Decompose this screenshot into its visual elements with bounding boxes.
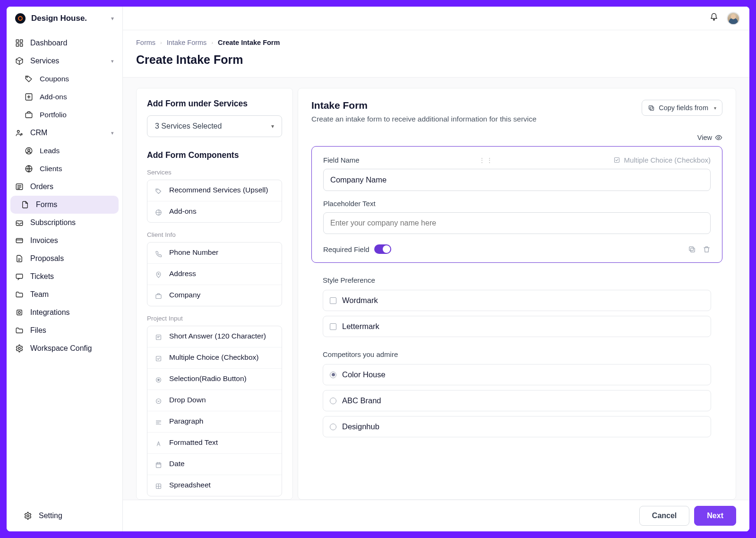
next-button[interactable]: Next [694,506,736,526]
component-label: Spreadsheet [169,481,211,489]
sidebar-label: Workspace Config [30,344,92,353]
svg-rect-16 [17,310,22,315]
sidebar-item-services[interactable]: Services ▾ [7,52,122,70]
component-company[interactable]: Company [147,285,282,306]
checkbox-icon [154,354,163,363]
component-formatted-text[interactable]: Formatted Text [147,432,282,453]
sidebar-item-proposals[interactable]: Proposals [7,250,122,268]
checkbox-option[interactable]: Lettermark [323,316,711,337]
svg-point-10 [28,149,30,151]
component-paragraph[interactable]: Paragraph [147,411,282,432]
svg-point-19 [27,515,29,517]
field-type-selector[interactable]: Multiple Choice (Checkbox) [613,156,711,164]
copy-fields-button[interactable]: Copy fields from ▾ [642,100,722,116]
option-label: ABC Brand [342,396,381,405]
svg-rect-1 [20,40,23,42]
radio-icon [330,372,336,378]
svg-point-33 [718,137,720,139]
copy-icon[interactable] [688,245,696,253]
sidebar-item-dashboard[interactable]: Dashboard [7,34,122,52]
sidebar-item-team[interactable]: Team [7,286,122,304]
sidebar-item-coupons[interactable]: Coupons [7,70,122,88]
svg-rect-0 [16,40,18,42]
message-icon [15,272,24,281]
dashboard-icon [15,39,24,47]
sidebar-item-clients[interactable]: Clients [7,160,122,178]
field-label: Field Name [323,156,360,164]
sidebar-item-files[interactable]: Files [7,321,122,339]
view-link[interactable]: View [697,134,712,141]
svg-rect-25 [156,356,161,361]
sidebar-item-integrations[interactable]: Integrations [7,304,122,321]
breadcrumb-link[interactable]: Intake Forms [167,39,207,46]
svg-point-28 [156,399,161,403]
sidebar-item-tickets[interactable]: Tickets [7,268,122,286]
chevron-down-icon: ▾ [714,105,716,111]
sidebar-item-invoices[interactable]: Invoices [7,232,122,250]
phone-icon [154,249,163,258]
radio-option[interactable]: Designhub [323,416,711,437]
sidebar-item-leads[interactable]: Leads [7,142,122,160]
sidebar-label: Tickets [30,272,54,281]
component-addons[interactable]: Add-ons [147,201,282,222]
avatar[interactable] [727,12,740,25]
radio-icon [330,424,336,430]
component-multiple-choice[interactable]: Multiple Choice (Checkbox) [147,347,282,368]
sidebar-item-workspace-config[interactable]: Workspace Config [7,339,122,357]
drag-handle-icon[interactable]: ⋮⋮ [479,156,494,164]
select-value: 3 Services Selected [155,122,222,130]
button-label: Copy fields from [659,104,708,112]
file-icon [21,200,29,209]
component-phone[interactable]: Phone Number [147,243,282,263]
breadcrumb-link[interactable]: Forms [136,39,155,46]
plug-icon [15,308,24,317]
eye-icon [715,134,722,141]
breadcrumb: Forms › Intake Forms › Create Intake For… [136,39,736,46]
document-icon [15,254,24,263]
component-dropdown[interactable]: Drop Down [147,390,282,411]
sidebar-label: Invoices [30,236,58,245]
svg-point-4 [27,77,28,78]
placeholder-input[interactable] [323,212,711,234]
checkbox-icon [330,323,336,330]
radio-option[interactable]: ABC Brand [323,390,711,411]
sidebar-item-forms[interactable]: Forms [10,196,119,214]
sidebar-item-setting[interactable]: Setting [15,507,114,525]
sidebar-item-subscriptions[interactable]: Subscriptions [7,214,122,232]
list-icon [15,182,24,191]
component-short-answer[interactable]: Short Answer (120 Character) [147,326,282,347]
bell-icon[interactable] [710,13,718,24]
sidebar-item-addons[interactable]: Add-ons [7,88,122,106]
checkbox-option[interactable]: Wordmark [323,290,711,311]
component-label: Phone Number [169,248,218,257]
svg-point-27 [157,379,159,381]
svg-rect-15 [16,274,23,278]
component-date[interactable]: Date [147,453,282,475]
svg-rect-34 [614,158,619,163]
workspace-switcher[interactable]: Design House. ▾ [7,7,122,30]
sidebar-item-crm[interactable]: CRM ▾ [7,124,122,142]
sidebar-label: Forms [36,200,57,209]
trash-icon[interactable] [703,245,711,253]
component-spreadsheet[interactable]: Spreadsheet [147,475,282,496]
field-name-input[interactable] [323,169,711,191]
radio-option[interactable]: Color House [323,364,711,385]
services-select[interactable]: 3 Services Selected ▾ [147,115,282,137]
plus-square-icon [25,93,33,101]
component-label: Add-ons [169,207,197,216]
breadcrumb-current: Create Intake Form [218,39,280,46]
folder-icon [15,290,24,299]
question-label: Style Preference [323,276,711,284]
cancel-button[interactable]: Cancel [639,506,689,526]
component-recommend-services[interactable]: Recommend Services (Upsell) [147,180,282,201]
svg-point-22 [158,273,159,275]
component-radio[interactable]: Selection(Radio Button) [147,368,282,390]
sidebar-item-orders[interactable]: Orders [7,178,122,196]
sidebar-label: Orders [30,182,53,191]
sidebar-label: Services [30,57,59,65]
sidebar-item-portfolio[interactable]: Portfolio [7,106,122,124]
calendar-icon [154,460,163,469]
required-toggle[interactable] [374,244,391,254]
chevron-down-icon: ▾ [111,15,114,22]
component-address[interactable]: Address [147,263,282,285]
